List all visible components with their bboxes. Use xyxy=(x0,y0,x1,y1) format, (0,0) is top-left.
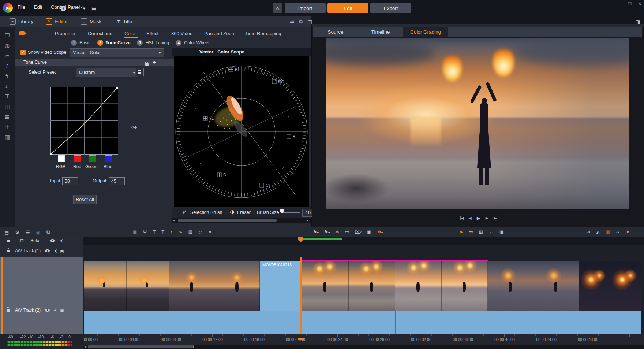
editor-tab-effect[interactable]: Effect xyxy=(146,31,158,36)
editor-tab-time-remapping[interactable]: Time Remapping xyxy=(245,31,281,36)
lock-icon[interactable] xyxy=(7,240,10,242)
monitor-icon[interactable]: ▣ xyxy=(60,308,64,313)
scroll-left-arrow-icon[interactable]: ◀ xyxy=(84,345,86,348)
scene-detect-icon[interactable]: ◭ xyxy=(596,229,600,235)
scroll-right-arrow-icon[interactable]: ▸ xyxy=(307,218,308,222)
magnet-icon[interactable]: ⊞ xyxy=(479,229,483,235)
timeline-scrub-bar[interactable] xyxy=(83,237,644,245)
scope-scrollbar[interactable]: ◂ ▸ xyxy=(172,218,311,223)
music-category-icon[interactable]: ♪ xyxy=(5,83,8,89)
redo-icon[interactable]: ↷ xyxy=(80,5,86,12)
step-4-badge[interactable]: 4 xyxy=(176,40,181,46)
playhead-line[interactable] xyxy=(300,257,302,334)
scroll-left-arrow-icon[interactable]: ◂ xyxy=(173,218,175,222)
settings-gear-icon[interactable]: ⚙ xyxy=(15,230,19,235)
frame-back-button[interactable]: ◀ xyxy=(468,216,471,220)
timeline-clips-area[interactable]: MOV081020213... xyxy=(83,257,644,334)
editor-tab-properties[interactable]: Properties xyxy=(55,31,76,36)
audio-levels-icon[interactable]: ▥ xyxy=(132,229,137,235)
subtitle-tool-icon[interactable]: T xyxy=(161,229,164,235)
tab-mask[interactable]: ◌ Mask xyxy=(81,18,101,25)
tab-color-grading[interactable]: Color Grading xyxy=(403,27,448,37)
input-field[interactable]: 50 xyxy=(62,177,78,185)
eraser-label[interactable]: Eraser xyxy=(237,210,251,215)
select-tool-icon[interactable]: ➤ xyxy=(459,229,463,235)
duplicate-icon[interactable]: ⧉ xyxy=(46,229,50,235)
show-scope-checkbox[interactable]: ✔ xyxy=(20,50,26,55)
reset-keyframe-icon[interactable]: ↺◆ xyxy=(131,125,137,129)
output-field[interactable]: 45 xyxy=(109,177,125,185)
timeline-scrollbar[interactable]: ◀ xyxy=(83,345,644,349)
fx-category-icon[interactable]: ƒ xyxy=(5,62,8,68)
wave-icon[interactable]: ∿ xyxy=(179,229,183,235)
lock-icon[interactable] xyxy=(7,250,10,252)
clip-6[interactable] xyxy=(488,261,579,311)
audio-mixer-icon[interactable]: ▥ xyxy=(606,229,610,235)
multicam-icon[interactable]: ▦ xyxy=(188,229,192,235)
selection-brush-label[interactable]: Selection Brush xyxy=(190,210,222,215)
clip-4[interactable] xyxy=(302,261,395,311)
clip-5[interactable] xyxy=(395,261,488,311)
tab-library[interactable]: ≡ Library xyxy=(10,18,33,25)
monitor-icon[interactable]: ▣ xyxy=(60,249,64,253)
step-1-badge[interactable]: 1 xyxy=(71,40,77,46)
swap-panels-icon[interactable]: ⇄ xyxy=(290,19,294,24)
preset-dropdown[interactable]: Custom ▾ xyxy=(76,68,138,77)
mixer-icon[interactable]: Ψ xyxy=(143,229,147,235)
save-preset-button[interactable] xyxy=(136,68,144,76)
step-1-label[interactable]: Basic xyxy=(79,40,91,45)
step-2-label[interactable]: Tone Curve xyxy=(106,40,131,45)
speaker-icon[interactable]: ◄) xyxy=(53,249,57,253)
snapshot-icon[interactable]: ▣ xyxy=(367,229,371,235)
frame-box-icon[interactable]: ▭ xyxy=(345,229,349,235)
brush-size-track[interactable] xyxy=(282,212,300,213)
clip-7[interactable] xyxy=(579,261,641,311)
help-icon[interactable]: ? xyxy=(61,6,66,11)
filters-category-icon[interactable]: ϟ xyxy=(5,73,8,79)
maximize-button[interactable]: ❒ xyxy=(628,1,632,6)
vectorscope[interactable]: R MG YL B G CY xyxy=(174,56,309,207)
trim-tool-icon[interactable]: ↔ xyxy=(489,229,494,235)
curve-node[interactable] xyxy=(83,123,85,125)
export-button[interactable]: Export xyxy=(370,3,411,13)
eye-icon[interactable] xyxy=(45,309,50,312)
scope-type-dropdown[interactable]: Vector - Color ▾ xyxy=(70,48,164,57)
reset-all-button[interactable]: Reset All xyxy=(73,195,97,204)
tab-timeline[interactable]: Timeline xyxy=(358,27,403,37)
menu-file[interactable]: File xyxy=(13,4,30,10)
marker-flag2-icon[interactable]: ⚑▾ xyxy=(324,229,330,235)
eye-icon[interactable] xyxy=(45,249,50,252)
media-category-icon[interactable]: ❒ xyxy=(5,32,10,39)
playhead-handle[interactable] xyxy=(298,237,303,242)
jump-end-button[interactable]: ▶| xyxy=(494,216,497,220)
undo-icon[interactable]: ↶ xyxy=(70,5,75,12)
panel-layout-icon[interactable]: ◫ xyxy=(307,19,312,24)
import-button[interactable]: Import xyxy=(285,3,326,13)
track2-header-block[interactable]: A/V Track (2) ◄) ▣ xyxy=(0,257,83,334)
title-tool-icon[interactable]: T xyxy=(153,229,156,235)
text-category-icon[interactable]: T xyxy=(5,93,9,99)
tone-curve-editor[interactable] xyxy=(50,87,118,155)
columns-category-icon[interactable]: ▥ xyxy=(5,134,10,141)
track-list-icon[interactable]: ☰ xyxy=(26,230,30,235)
align-icon[interactable]: ⇥ xyxy=(586,229,590,235)
ruler-playhead-chip[interactable] xyxy=(298,338,304,340)
hot-marker-icon[interactable]: ❖▾ xyxy=(377,229,383,235)
audio-band[interactable] xyxy=(84,311,641,334)
scope-scrollbar-thumb[interactable] xyxy=(178,219,277,222)
eye-icon[interactable] xyxy=(50,239,55,242)
selection-brush-icon[interactable]: ✐ xyxy=(182,209,186,215)
step-3-badge[interactable]: 3 xyxy=(137,40,143,46)
keyframe-diamond-icon[interactable]: ◆ xyxy=(153,60,156,64)
home-button[interactable]: ⌂ xyxy=(273,3,282,13)
step-4-label[interactable]: Color Wheel xyxy=(184,40,209,45)
edit-mode-button[interactable]: Edit xyxy=(327,3,368,13)
brush-size-value-box[interactable]: 10 xyxy=(302,209,312,217)
play-button[interactable]: ▶ xyxy=(477,215,480,221)
tab-editor[interactable]: ✎ Editor xyxy=(46,18,68,25)
voiceover-icon[interactable]: ♪ xyxy=(170,229,173,235)
channel-rgb-swatch[interactable] xyxy=(58,155,65,162)
channel-red-swatch[interactable] xyxy=(74,155,81,162)
record-icon[interactable]: ◉ xyxy=(36,230,40,235)
storyboard-icon[interactable]: ▣ xyxy=(499,229,504,235)
